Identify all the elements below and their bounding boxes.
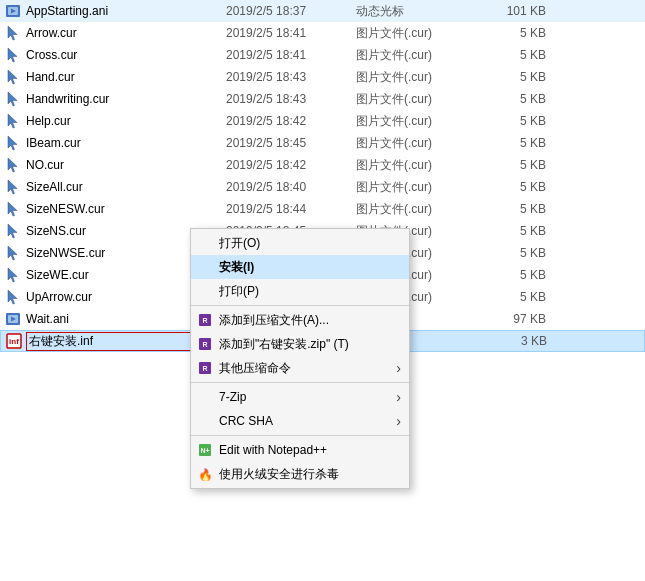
file-row[interactable]: SizeNESW.cur2019/2/5 18:44图片文件(.cur)5 KB bbox=[0, 198, 645, 220]
file-date: 2019/2/5 18:37 bbox=[226, 4, 356, 18]
ani-icon bbox=[4, 310, 22, 328]
menu-item[interactable]: CRC SHA bbox=[191, 409, 409, 433]
file-size: 5 KB bbox=[476, 48, 546, 62]
file-row[interactable]: Handwriting.cur2019/2/5 18:43图片文件(.cur)5… bbox=[0, 88, 645, 110]
file-row[interactable]: SizeAll.cur2019/2/5 18:40图片文件(.cur)5 KB bbox=[0, 176, 645, 198]
svg-text:🔥: 🔥 bbox=[198, 467, 212, 481]
cursor-icon bbox=[4, 134, 22, 152]
file-size: 5 KB bbox=[476, 136, 546, 150]
winrar-icon: R bbox=[197, 336, 213, 352]
file-name: Help.cur bbox=[26, 114, 226, 128]
cursor-icon bbox=[4, 288, 22, 306]
menu-item-label: 添加到"右键安装.zip" (T) bbox=[219, 336, 349, 353]
svg-marker-5 bbox=[8, 70, 17, 84]
menu-separator bbox=[191, 435, 409, 436]
cursor-icon bbox=[4, 266, 22, 284]
file-name: IBeam.cur bbox=[26, 136, 226, 150]
svg-marker-7 bbox=[8, 114, 17, 128]
file-size: 5 KB bbox=[476, 246, 546, 260]
file-date: 2019/2/5 18:41 bbox=[226, 26, 356, 40]
winrar-icon: R bbox=[197, 312, 213, 328]
menu-item[interactable]: R 添加到压缩文件(A)... bbox=[191, 308, 409, 332]
file-type: 图片文件(.cur) bbox=[356, 135, 476, 152]
menu-item-label: 7-Zip bbox=[219, 390, 246, 404]
file-row[interactable]: Help.cur2019/2/5 18:42图片文件(.cur)5 KB bbox=[0, 110, 645, 132]
menu-item[interactable]: 打印(P) bbox=[191, 279, 409, 303]
fire-icon: 🔥 bbox=[197, 466, 213, 482]
svg-text:R: R bbox=[202, 341, 207, 348]
file-type: 图片文件(.cur) bbox=[356, 69, 476, 86]
svg-marker-12 bbox=[8, 224, 17, 238]
svg-text:N+: N+ bbox=[200, 447, 209, 454]
file-row[interactable]: NO.cur2019/2/5 18:42图片文件(.cur)5 KB bbox=[0, 154, 645, 176]
menu-item[interactable]: 7-Zip bbox=[191, 385, 409, 409]
svg-marker-6 bbox=[8, 92, 17, 106]
menu-item-label: 添加到压缩文件(A)... bbox=[219, 312, 329, 329]
file-size: 5 KB bbox=[476, 202, 546, 216]
winrar-icon: R bbox=[197, 360, 213, 376]
cursor-icon bbox=[4, 244, 22, 262]
file-name: NO.cur bbox=[26, 158, 226, 172]
cursor-icon bbox=[4, 24, 22, 42]
file-row[interactable]: AppStarting.ani2019/2/5 18:37动态光标101 KB bbox=[0, 0, 645, 22]
svg-marker-11 bbox=[8, 202, 17, 216]
inf-icon: inf bbox=[5, 332, 23, 350]
svg-marker-3 bbox=[8, 26, 17, 40]
file-size: 3 KB bbox=[477, 334, 547, 348]
file-type: 图片文件(.cur) bbox=[356, 157, 476, 174]
svg-marker-15 bbox=[8, 290, 17, 304]
file-name: Handwriting.cur bbox=[26, 92, 226, 106]
menu-item[interactable]: R 其他压缩命令 bbox=[191, 356, 409, 380]
menu-item-label: Edit with Notepad++ bbox=[219, 443, 327, 457]
file-row[interactable]: IBeam.cur2019/2/5 18:45图片文件(.cur)5 KB bbox=[0, 132, 645, 154]
menu-item[interactable]: 🔥 使用火绒安全进行杀毒 bbox=[191, 462, 409, 486]
cursor-icon bbox=[4, 68, 22, 86]
menu-item-label: 打印(P) bbox=[219, 283, 259, 300]
file-name: SizeNESW.cur bbox=[26, 202, 226, 216]
file-size: 5 KB bbox=[476, 268, 546, 282]
file-type: 动态光标 bbox=[356, 3, 476, 20]
file-date: 2019/2/5 18:43 bbox=[226, 70, 356, 84]
file-row[interactable]: Cross.cur2019/2/5 18:41图片文件(.cur)5 KB bbox=[0, 44, 645, 66]
file-type: 图片文件(.cur) bbox=[356, 91, 476, 108]
notepadpp-icon: N+ bbox=[197, 442, 213, 458]
cursor-icon bbox=[4, 46, 22, 64]
cursor-icon bbox=[4, 112, 22, 130]
cursor-icon bbox=[4, 90, 22, 108]
menu-item-label: 安装(I) bbox=[219, 259, 254, 276]
cursor-icon bbox=[4, 222, 22, 240]
file-date: 2019/2/5 18:45 bbox=[226, 136, 356, 150]
menu-item[interactable]: R 添加到"右键安装.zip" (T) bbox=[191, 332, 409, 356]
svg-marker-10 bbox=[8, 180, 17, 194]
ani-icon bbox=[4, 2, 22, 20]
file-size: 5 KB bbox=[476, 224, 546, 238]
file-row[interactable]: Hand.cur2019/2/5 18:43图片文件(.cur)5 KB bbox=[0, 66, 645, 88]
cursor-icon bbox=[4, 178, 22, 196]
menu-item[interactable]: 打开(O) bbox=[191, 231, 409, 255]
menu-item-label: 其他压缩命令 bbox=[219, 360, 291, 377]
file-type: 图片文件(.cur) bbox=[356, 113, 476, 130]
menu-item[interactable]: 安装(I) bbox=[191, 255, 409, 279]
file-name: Hand.cur bbox=[26, 70, 226, 84]
file-date: 2019/2/5 18:42 bbox=[226, 114, 356, 128]
menu-item-label: CRC SHA bbox=[219, 414, 273, 428]
svg-marker-13 bbox=[8, 246, 17, 260]
file-size: 5 KB bbox=[476, 114, 546, 128]
file-date: 2019/2/5 18:42 bbox=[226, 158, 356, 172]
file-type: 图片文件(.cur) bbox=[356, 201, 476, 218]
file-date: 2019/2/5 18:41 bbox=[226, 48, 356, 62]
svg-marker-9 bbox=[8, 158, 17, 172]
cursor-icon bbox=[4, 156, 22, 174]
context-menu[interactable]: 打开(O)安装(I)打印(P) R 添加到压缩文件(A)... R 添加到"右键… bbox=[190, 228, 410, 489]
file-size: 5 KB bbox=[476, 70, 546, 84]
svg-text:R: R bbox=[202, 365, 207, 372]
file-size: 97 KB bbox=[476, 312, 546, 326]
file-row[interactable]: Arrow.cur2019/2/5 18:41图片文件(.cur)5 KB bbox=[0, 22, 645, 44]
menu-item[interactable]: N+ Edit with Notepad++ bbox=[191, 438, 409, 462]
file-size: 5 KB bbox=[476, 26, 546, 40]
file-type: 图片文件(.cur) bbox=[356, 47, 476, 64]
file-date: 2019/2/5 18:40 bbox=[226, 180, 356, 194]
svg-text:inf: inf bbox=[9, 337, 19, 346]
file-type: 图片文件(.cur) bbox=[356, 179, 476, 196]
svg-text:R: R bbox=[202, 317, 207, 324]
